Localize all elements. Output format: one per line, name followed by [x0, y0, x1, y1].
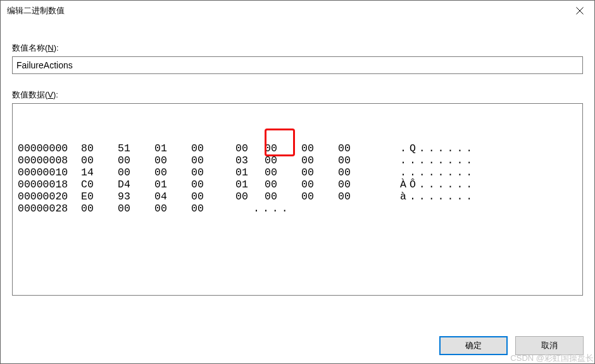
hex-bytes: 0000000003000000 [81, 154, 375, 166]
hex-row: 0000002800000000.... [18, 203, 577, 215]
hex-byte[interactable]: 00 [118, 166, 154, 179]
hex-byte[interactable]: 00 [301, 154, 338, 166]
value-data-label: 数值数据(V): [12, 89, 583, 101]
ok-button[interactable]: 确定 [439, 336, 508, 355]
hex-byte[interactable]: 00 [338, 166, 375, 179]
hex-byte[interactable]: 00 [301, 191, 338, 203]
hex-ascii: ........ [400, 166, 475, 179]
hex-byte[interactable]: 00 [228, 191, 265, 203]
hex-offset: 00000000 [18, 142, 81, 154]
hex-byte[interactable]: 00 [228, 142, 265, 154]
hex-byte[interactable]: 00 [265, 154, 301, 166]
hex-byte[interactable]: 93 [118, 191, 154, 203]
hex-byte[interactable]: 00 [191, 191, 228, 203]
hex-byte[interactable]: 00 [191, 142, 228, 154]
hex-byte[interactable]: 00 [154, 166, 191, 179]
hex-byte[interactable]: 00 [338, 154, 375, 166]
hex-bytes: 00000000 [81, 203, 228, 215]
hex-byte[interactable]: 00 [118, 203, 154, 215]
hex-byte[interactable]: 00 [338, 191, 375, 203]
hex-editor[interactable]: 000000008051010000000000.Q......00000008… [12, 103, 583, 296]
dialog-title: 编辑二进制数值 [7, 5, 65, 16]
hex-offset: 00000018 [18, 179, 81, 191]
hex-byte[interactable]: 00 [191, 154, 228, 166]
cancel-button[interactable]: 取消 [515, 336, 584, 355]
hex-byte[interactable]: 01 [228, 179, 265, 191]
hex-row: 00000020E093040000000000à....... [18, 191, 577, 203]
hex-ascii: .... [253, 203, 291, 215]
title-bar: 编辑二进制数值 [1, 1, 594, 21]
hex-byte[interactable]: 00 [301, 166, 338, 179]
hex-byte[interactable]: 00 [191, 203, 228, 215]
close-icon [576, 7, 584, 15]
hex-bytes: 8051010000000000 [81, 142, 375, 154]
hex-ascii: .Q...... [400, 142, 475, 154]
hex-byte[interactable]: 00 [265, 166, 301, 179]
hex-byte[interactable]: 00 [81, 154, 118, 166]
hex-byte[interactable]: 00 [265, 142, 301, 154]
button-row: 确定 取消 [439, 336, 584, 355]
hex-row: 00000018C0D4010001000000ÀÔ...... [18, 179, 577, 191]
hex-byte[interactable]: 01 [154, 179, 191, 191]
hex-row: 000000008051010000000000.Q...... [18, 142, 577, 154]
hex-ascii: ........ [400, 154, 475, 166]
hex-byte[interactable]: D4 [118, 179, 154, 191]
hex-byte[interactable]: 00 [191, 179, 228, 191]
hex-offset: 00000010 [18, 166, 81, 179]
hex-row: 000000101400000001000000........ [18, 166, 577, 179]
hex-byte[interactable]: 00 [265, 191, 301, 203]
hex-byte[interactable]: 00 [338, 142, 375, 154]
hex-byte[interactable]: 04 [154, 191, 191, 203]
dialog-content: 数值名称(N): 数值数据(V): 0000000080510100000000… [1, 21, 594, 296]
hex-byte[interactable]: C0 [81, 179, 118, 191]
hex-ascii: à....... [400, 191, 475, 203]
hex-row: 000000080000000003000000........ [18, 154, 577, 166]
hex-bytes: 1400000001000000 [81, 166, 375, 179]
dialog-window: 编辑二进制数值 数值名称(N): 数值数据(V): 00000000805101… [0, 0, 595, 364]
hex-offset: 00000020 [18, 191, 81, 203]
hex-byte[interactable]: 51 [118, 142, 154, 154]
hex-byte[interactable]: 01 [228, 166, 265, 179]
hex-byte[interactable]: 03 [228, 154, 265, 166]
value-name-label: 数值名称(N): [12, 42, 583, 54]
hex-offset: 00000028 [18, 203, 81, 215]
value-name-input[interactable] [12, 56, 583, 74]
hex-byte[interactable]: 14 [81, 166, 118, 179]
hex-byte[interactable]: 00 [301, 179, 338, 191]
hex-ascii: ÀÔ...... [400, 179, 475, 191]
hex-bytes: E093040000000000 [81, 191, 375, 203]
hex-bytes: C0D4010001000000 [81, 179, 375, 191]
hex-byte[interactable]: 00 [301, 142, 338, 154]
hex-byte[interactable]: 00 [118, 154, 154, 166]
hex-byte[interactable]: 00 [81, 203, 118, 215]
hex-byte[interactable]: 00 [338, 179, 375, 191]
hex-byte[interactable]: 00 [265, 179, 301, 191]
hex-offset: 00000008 [18, 154, 81, 166]
hex-byte[interactable]: 01 [154, 142, 191, 154]
close-button[interactable] [565, 1, 594, 21]
hex-byte[interactable]: 80 [81, 142, 118, 154]
hex-byte[interactable]: 00 [154, 203, 191, 215]
hex-byte[interactable]: 00 [154, 154, 191, 166]
hex-byte[interactable]: 00 [191, 166, 228, 179]
hex-byte[interactable]: E0 [81, 191, 118, 203]
